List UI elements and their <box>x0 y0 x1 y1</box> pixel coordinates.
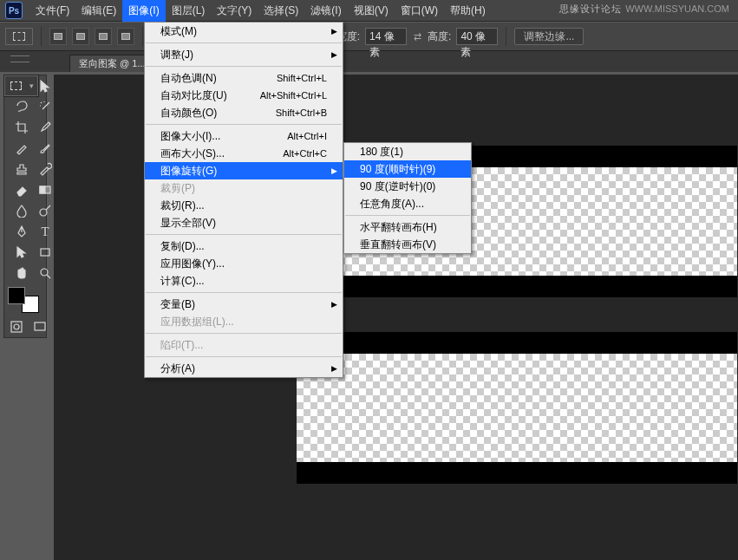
pen-tool-icon[interactable] <box>4 221 38 242</box>
image-menu: 模式(M)▶调整(J)▶自动色调(N)Shift+Ctrl+L自动对比度(U)A… <box>144 22 343 378</box>
svg-rect-7 <box>35 322 45 330</box>
swap-dimensions-icon[interactable]: ⇄ <box>412 31 422 42</box>
menu-item[interactable]: 文件(F) <box>29 0 75 22</box>
history-brush-tool-icon[interactable] <box>38 159 52 179</box>
menu-row[interactable]: 分析(A)▶ <box>145 360 343 377</box>
svg-rect-1 <box>40 186 45 193</box>
document-tab[interactable]: 竖向图案 @ 1... <box>69 55 155 72</box>
svg-rect-3 <box>41 249 49 256</box>
menu-item[interactable]: 选择(S) <box>258 0 304 22</box>
menu-row[interactable]: 90 度(顺时针)(9) <box>344 160 471 178</box>
menu-row[interactable]: 图像旋转(G)▶ <box>145 162 343 179</box>
color-swatches[interactable] <box>4 283 52 316</box>
lasso-tool-icon[interactable] <box>4 96 38 117</box>
menu-row: 裁剪(P) <box>145 179 343 197</box>
move-tool-icon[interactable] <box>38 75 52 96</box>
gradient-tool-icon[interactable] <box>38 179 52 200</box>
menu-bar: Ps 文件(F)编辑(E)图像(I)图层(L)文字(Y)选择(S)滤镜(I)视图… <box>0 0 738 22</box>
eyedropper-tool-icon[interactable] <box>38 117 52 138</box>
menu-row[interactable]: 模式(M)▶ <box>145 23 343 40</box>
height-input[interactable]: 40 像素 <box>456 28 498 45</box>
crop-tool-icon[interactable] <box>4 117 38 138</box>
menu-item[interactable]: 编辑(E) <box>75 0 122 22</box>
menu-row[interactable]: 画布大小(S)...Alt+Ctrl+C <box>145 145 343 162</box>
menu-row[interactable]: 垂直翻转画布(V) <box>344 236 471 253</box>
menu-row[interactable]: 显示全部(V) <box>145 214 343 231</box>
menu-row[interactable]: 180 度(1) <box>344 143 471 160</box>
svg-rect-5 <box>11 322 22 332</box>
menu-row[interactable]: 自动色调(N)Shift+Ctrl+L <box>145 69 343 87</box>
dodge-tool-icon[interactable] <box>38 200 52 221</box>
menu-row[interactable]: 图像大小(I)...Alt+Ctrl+I <box>145 127 343 145</box>
image-rotation-submenu: 180 度(1)90 度(顺时针)(9)90 度(逆时针)(0)任意角度(A).… <box>343 142 472 254</box>
menu-row[interactable]: 计算(C)... <box>145 272 343 290</box>
options-bar: 羽化: 0像素 样式: 固定大小 宽度: 14 像素 ⇄ 高度: 40 像素 调… <box>0 22 738 51</box>
menu-row[interactable]: 任意角度(A)... <box>344 195 471 212</box>
menu-item[interactable]: 窗口(W) <box>395 0 444 22</box>
watermark: 思缘设计论坛WWW.MISSYUAN.COM <box>559 3 729 16</box>
menu-row[interactable]: 变量(B)▶ <box>145 296 343 313</box>
zoom-tool-icon[interactable] <box>38 263 52 283</box>
add-selection-icon[interactable] <box>72 28 89 45</box>
menu-row[interactable]: 自动对比度(U)Alt+Shift+Ctrl+L <box>145 87 343 104</box>
menu-row[interactable]: 自动颜色(O)Shift+Ctrl+B <box>145 104 343 121</box>
svg-point-4 <box>41 269 48 276</box>
refine-edge-button[interactable]: 调整边缘... <box>514 28 584 45</box>
menu-item[interactable]: 视图(V) <box>348 0 395 22</box>
path-selection-tool-icon[interactable] <box>4 242 38 263</box>
new-selection-icon[interactable] <box>49 28 67 45</box>
height-label: 高度: <box>428 29 451 44</box>
menu-row[interactable]: 水平翻转画布(H) <box>344 218 471 236</box>
panel-handle[interactable] <box>10 55 29 62</box>
blur-tool-icon[interactable] <box>4 200 38 221</box>
menu-row[interactable]: 应用图像(Y)... <box>145 255 343 272</box>
healing-brush-tool-icon[interactable] <box>4 138 38 159</box>
tool-preset[interactable] <box>5 28 33 45</box>
menu-row[interactable]: 调整(J)▶ <box>145 46 343 63</box>
menu-item[interactable]: 图像(I) <box>122 0 165 22</box>
hand-tool-icon[interactable] <box>4 263 38 283</box>
intersect-selection-icon[interactable] <box>117 28 134 45</box>
marquee-tool-icon[interactable] <box>4 75 38 96</box>
screenmode-icon[interactable] <box>29 316 53 337</box>
menu-row[interactable]: 裁切(R)... <box>145 197 343 214</box>
svg-point-6 <box>14 324 19 329</box>
eraser-tool-icon[interactable] <box>4 179 38 200</box>
tools-panel: T <box>3 75 47 338</box>
shape-tool-icon[interactable] <box>38 242 52 263</box>
brush-tool-icon[interactable] <box>38 138 52 159</box>
menu-row[interactable]: 复制(D)... <box>145 238 343 255</box>
menu-item[interactable]: 图层(L) <box>166 0 212 22</box>
width-input[interactable]: 14 像素 <box>365 28 407 45</box>
menu-row: 陷印(T)... <box>145 336 343 354</box>
quickmask-icon[interactable] <box>4 316 29 337</box>
magic-wand-tool-icon[interactable] <box>38 96 52 117</box>
menu-item[interactable]: 滤镜(I) <box>304 0 347 22</box>
menu-row: 应用数据组(L)... <box>145 313 343 330</box>
svg-point-2 <box>40 209 47 216</box>
menu-row[interactable]: 90 度(逆时针)(0) <box>344 178 471 195</box>
stamp-tool-icon[interactable] <box>4 159 38 179</box>
menu-item[interactable]: 文字(Y) <box>211 0 258 22</box>
foreground-color-swatch[interactable] <box>8 287 25 304</box>
type-tool-icon[interactable]: T <box>38 221 52 242</box>
subtract-selection-icon[interactable] <box>95 28 112 45</box>
app-logo: Ps <box>5 2 23 19</box>
menu-item[interactable]: 帮助(H) <box>444 0 492 22</box>
